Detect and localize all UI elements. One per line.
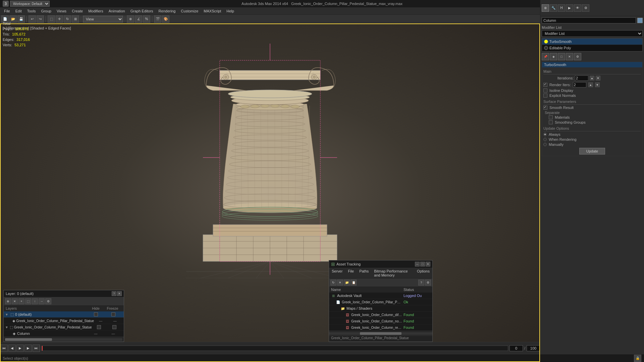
update-button[interactable]: Update [579, 148, 605, 155]
isoline-display-checkbox[interactable] [543, 88, 547, 93]
layer-panel-help[interactable]: ? [112, 291, 116, 296]
menu-animation[interactable]: Animation [106, 8, 128, 14]
asset-delete-btn[interactable]: ✕ [337, 280, 343, 286]
display-tab-btn[interactable]: 👁 [574, 4, 581, 12]
asset-item-reflect[interactable]: 🖼 Greek_Ionic_Order_Column_reflect.png F… [329, 324, 432, 331]
object-color-swatch[interactable] [637, 18, 643, 23]
utilities-tab-btn[interactable]: ⚙ [582, 4, 589, 12]
asset-item-maps-folder[interactable]: 📁 Maps / Shaders [329, 305, 432, 312]
asset-refresh-btn[interactable]: ↻ [330, 280, 336, 286]
layer-hide-check-0[interactable] [94, 312, 98, 316]
layer-freeze-0[interactable] [104, 312, 122, 316]
asset-panel-close[interactable]: ✕ [426, 262, 430, 266]
asset-path-btn[interactable]: 📁 [344, 280, 350, 286]
layer-hide-1[interactable] [93, 325, 106, 329]
asset-help-btn[interactable]: ? [418, 280, 424, 286]
smooth-result-checkbox[interactable] [543, 106, 547, 110]
layer-add-selected[interactable]: + [18, 298, 24, 304]
layer-freeze-column[interactable]: — [104, 332, 122, 336]
layer-item-1[interactable]: ▼ ⬚ Greek_Ionic_Order_Column_Pillar_Pede… [4, 324, 124, 330]
remove-modifier-btn[interactable]: ✕ [566, 53, 573, 60]
menu-edit[interactable]: Edit [13, 8, 24, 14]
turbosmooth-light[interactable] [544, 40, 548, 44]
menu-customize[interactable]: Customize [178, 8, 201, 14]
materials-checkbox[interactable] [549, 115, 553, 119]
menu-graph-editors[interactable]: Graph Editors [128, 8, 156, 14]
menu-create[interactable]: Create [69, 8, 86, 14]
current-frame-field[interactable] [509, 345, 523, 351]
menu-modifiers[interactable]: Modifiers [86, 8, 106, 14]
modify-tab-btn[interactable]: 🔧 [550, 4, 557, 12]
always-radio[interactable] [543, 133, 547, 136]
menu-file[interactable]: File [1, 8, 13, 14]
toolbar-material-editor[interactable]: 🎨 [162, 15, 169, 23]
toolbar-snap[interactable]: ⊕ [127, 15, 134, 23]
layer-properties[interactable]: ⚙ [45, 298, 51, 304]
menu-rendering[interactable]: Rendering [156, 8, 178, 14]
lock-selection-btn[interactable]: 🔒 [634, 355, 641, 362]
asset-scrollbar-thumb[interactable] [360, 332, 401, 335]
menu-maxscript[interactable]: MAXScript [201, 8, 224, 14]
motion-tab-btn[interactable]: ▶ [566, 4, 573, 12]
menu-tools[interactable]: Tools [24, 8, 39, 14]
editablepoly-light[interactable] [544, 46, 548, 50]
iterations-spinbox[interactable] [575, 75, 588, 81]
layer-item-0-default[interactable]: ▼ ⬚ 0 (default) [4, 311, 124, 318]
hierarchy-tab-btn[interactable]: H [558, 4, 565, 12]
toolbar-redo[interactable]: ↪ [37, 15, 44, 23]
layer-add-to-layer[interactable]: ↑ [32, 298, 38, 304]
asset-menu-paths[interactable]: Paths [358, 269, 370, 278]
layer-sub-item-greek-column[interactable]: ◈ Greek_Ionic_Order_Column_Pillar_Pedest… [4, 318, 124, 324]
timeline-track[interactable] [42, 346, 508, 351]
layer-hide-0[interactable] [88, 312, 103, 316]
asset-scrollbar[interactable] [329, 331, 432, 336]
asset-menu-file[interactable]: File [346, 269, 355, 278]
menu-help[interactable]: Help [224, 8, 237, 14]
when-rendering-radio[interactable] [543, 138, 547, 141]
layer-sub-item-column[interactable]: ◈ Column — — [4, 330, 124, 337]
make-unique-btn[interactable]: □ [558, 53, 565, 60]
explicit-normals-checkbox[interactable] [543, 94, 547, 98]
timeline-next-frame[interactable]: ▶ [24, 345, 32, 352]
timeline-last-frame[interactable]: ⏭ [33, 345, 40, 352]
render-iters-spinbox[interactable] [573, 82, 586, 87]
asset-menu-options[interactable]: Options [416, 269, 431, 278]
toolbar-render[interactable]: 🎬 [154, 15, 161, 23]
asset-menu-server[interactable]: Server [330, 269, 344, 278]
layer-freeze-check-1[interactable] [112, 325, 116, 329]
layer-scrollbar[interactable] [4, 337, 124, 342]
toolbar-move[interactable]: ✛ [56, 15, 63, 23]
layer-freeze-1[interactable] [106, 325, 122, 329]
asset-panel-maximize[interactable]: □ [420, 262, 425, 266]
layer-move-to[interactable]: → [39, 298, 45, 304]
toolbar-percent-snap[interactable]: % [143, 15, 150, 23]
timeline-prev-frame[interactable]: ◀ [8, 345, 16, 352]
asset-view-btn[interactable]: 📋 [351, 280, 357, 286]
layer-hide-check-1[interactable] [97, 325, 101, 329]
layer-hide-column[interactable]: — [88, 332, 103, 336]
toolbar-select[interactable]: ⬚ [48, 15, 55, 23]
smoothing-groups-checkbox[interactable] [549, 120, 553, 124]
asset-panel-minimize[interactable]: ─ [415, 262, 420, 266]
layer-panel-close[interactable]: ✕ [117, 291, 122, 296]
layer-freeze-greek[interactable]: — [108, 319, 122, 323]
asset-settings-btn[interactable]: ⚙ [425, 280, 431, 286]
modifier-editable-poly[interactable]: Editable Poly [542, 45, 642, 51]
layer-freeze-check-0[interactable] [111, 312, 115, 316]
modifier-turbosmooth[interactable]: TurboSmooth [542, 39, 642, 45]
render-iters-checkbox[interactable] [543, 83, 547, 87]
asset-item-diffuse[interactable]: 🖼 Greek_Ionic_Order_Column_diffuse.png F… [329, 312, 432, 318]
toolbar-scale[interactable]: ⊞ [72, 15, 79, 23]
asset-item-vault[interactable]: ⊞ Autodesk Vault Logged Ou [329, 293, 432, 299]
workspace-dropdown[interactable]: Workspace: Default [10, 1, 50, 7]
render-iters-up[interactable]: ▲ [588, 82, 593, 87]
iterations-down[interactable]: ▼ [596, 76, 600, 80]
pin-stack-btn[interactable]: 📌 [542, 53, 549, 60]
asset-item-normal[interactable]: 🖼 Greek_Ionic_Order_Column_normal.png Fo… [329, 318, 432, 324]
end-frame-field[interactable] [527, 345, 540, 351]
toolbar-angle-snap[interactable]: ∠ [135, 15, 142, 23]
layer-scrollbar-thumb[interactable] [5, 338, 52, 341]
show-end-result-btn[interactable]: ◈ [550, 53, 557, 60]
ref-coord-dropdown[interactable]: View [83, 16, 123, 22]
layer-delete[interactable]: ✕ [12, 298, 18, 304]
